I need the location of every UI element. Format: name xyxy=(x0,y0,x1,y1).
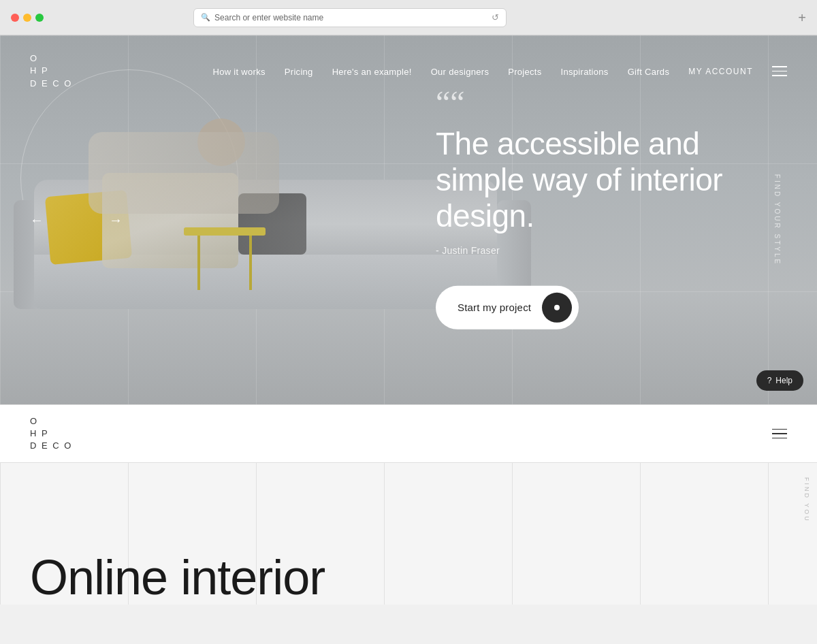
second-hamburger-line-3 xyxy=(772,438,787,439)
second-navbar: O H P D E C O xyxy=(0,405,817,463)
address-text: Search or enter website name xyxy=(214,13,323,22)
nav-item-gift-cards[interactable]: Gift Cards xyxy=(628,65,670,78)
second-hamburger-line-2 xyxy=(772,433,787,434)
prev-slide-button[interactable]: ← xyxy=(30,212,44,228)
browser-chrome: 🔍 Search or enter website name ↺ + xyxy=(0,0,817,35)
logo-line-3: D E C O xyxy=(30,78,72,90)
hero-headline: The accessible and simple way of interio… xyxy=(436,126,776,234)
logo[interactable]: O H P D E C O xyxy=(30,52,72,90)
main-navbar: O H P D E C O How it works Pricing Here'… xyxy=(0,35,817,107)
second-content: Online interior xyxy=(30,551,787,605)
nav-item-pricing[interactable]: Pricing xyxy=(285,65,313,78)
logo-line-1: O xyxy=(30,52,72,65)
second-logo-line2: H P xyxy=(30,428,72,440)
window-controls xyxy=(11,14,44,22)
hero-attribution: - Justin Fraser xyxy=(436,245,776,256)
address-bar[interactable]: 🔍 Search or enter website name ↺ xyxy=(193,8,507,27)
hamburger-line-1 xyxy=(772,66,787,67)
search-icon: 🔍 xyxy=(201,13,210,22)
start-project-button[interactable]: Start my project xyxy=(436,286,579,329)
next-slide-button[interactable]: → xyxy=(109,212,123,228)
reload-button[interactable]: ↺ xyxy=(492,12,499,22)
maximize-button[interactable] xyxy=(35,14,44,22)
hamburger-menu[interactable] xyxy=(772,66,787,76)
nav-item-inspirations[interactable]: Inspirations xyxy=(561,65,609,78)
hero-section: O H P D E C O How it works Pricing Here'… xyxy=(0,35,817,404)
second-logo-line1: O xyxy=(30,415,72,428)
nav-link-gift-cards: Gift Cards xyxy=(628,67,670,77)
close-button[interactable] xyxy=(11,14,19,22)
my-account-link[interactable]: MY ACCOUNT xyxy=(688,67,753,76)
vertical-find-style: FIND YOUR STYLE xyxy=(773,174,780,265)
nav-link-example: Here's an example! xyxy=(332,67,412,77)
cta-dot xyxy=(554,305,560,310)
nav-item-designers[interactable]: Our designers xyxy=(431,65,490,78)
section-heading-line1: Online interior xyxy=(30,550,325,605)
section-heading: Online interior xyxy=(30,551,787,605)
second-section: O H P D E C O Online interior FIND YOU xyxy=(0,404,817,605)
new-tab-button[interactable]: + xyxy=(798,11,806,25)
second-logo[interactable]: O H P D E C O xyxy=(30,415,72,453)
second-logo-line3: D E C O xyxy=(30,440,72,452)
nav-item-example[interactable]: Here's an example! xyxy=(332,65,412,78)
nav-link-how-it-works: How it works xyxy=(213,67,266,77)
cta-label: Start my project xyxy=(458,302,531,313)
second-hamburger-line-1 xyxy=(772,429,787,430)
logo-line-2: H P xyxy=(30,65,72,77)
hamburger-line-2 xyxy=(772,71,787,72)
cta-circle xyxy=(542,293,572,323)
help-icon: ? xyxy=(767,376,772,385)
nav-item-projects[interactable]: Projects xyxy=(508,65,541,78)
website-content: O H P D E C O How it works Pricing Here'… xyxy=(0,35,817,605)
minimize-button[interactable] xyxy=(23,14,31,22)
second-hamburger-menu[interactable] xyxy=(772,429,787,439)
hamburger-line-3 xyxy=(772,75,787,76)
nav-link-projects: Projects xyxy=(508,67,541,77)
nav-link-inspirations: Inspirations xyxy=(561,67,609,77)
nav-link-pricing: Pricing xyxy=(285,67,313,77)
nav-item-how-it-works[interactable]: How it works xyxy=(213,65,266,78)
nav-link-designers: Our designers xyxy=(431,67,490,77)
help-label: Help xyxy=(775,376,792,385)
nav-links: How it works Pricing Here's an example! … xyxy=(213,65,670,78)
hero-content: ““ The accessible and simple way of inte… xyxy=(436,86,776,329)
help-button[interactable]: ? Help xyxy=(756,370,803,391)
vertical-find-you: FIND YOU xyxy=(803,477,810,523)
